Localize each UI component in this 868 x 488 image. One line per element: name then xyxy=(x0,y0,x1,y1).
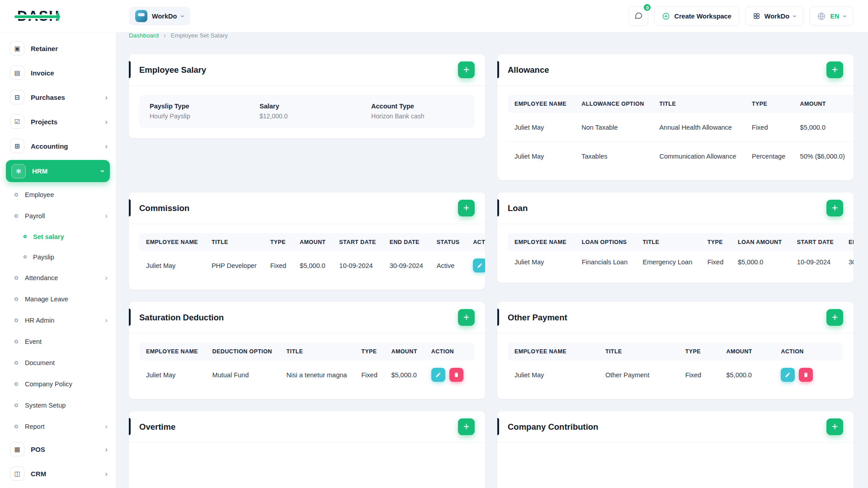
workspace-menu-button[interactable]: WorkDo › xyxy=(745,6,804,26)
sidebar-item-label: Projects xyxy=(31,118,57,126)
table-cell: $5,000.0 xyxy=(731,251,790,273)
sidebar-item-report[interactable]: Report› xyxy=(0,416,116,437)
sidebar-item-event[interactable]: Event xyxy=(0,331,116,352)
card-body xyxy=(129,442,485,488)
table-cell: Mutual Fund xyxy=(206,361,280,389)
cards-grid: Employee Salary + Payslip TypeHourly Pay… xyxy=(129,54,854,488)
table-cell: Active xyxy=(430,251,467,280)
column-header: END DATE xyxy=(842,233,854,251)
sidebar-item-hr-admin[interactable]: HR Admin› xyxy=(0,310,116,331)
column-header: TITLE xyxy=(205,233,264,251)
table-cell: Juliet May xyxy=(508,142,575,171)
delete-button[interactable] xyxy=(449,368,463,382)
edit-button[interactable] xyxy=(431,368,445,382)
grid-icon xyxy=(753,12,760,20)
sidebar-item-employee[interactable]: Employee xyxy=(0,184,116,205)
chat-bubble-icon xyxy=(634,11,643,21)
table-row: Juliet MayOther PaymentFixed$5,000.0 xyxy=(508,361,843,389)
logo[interactable]: DASH xyxy=(17,8,60,24)
bullet-icon xyxy=(14,382,18,386)
field-label: Account Type xyxy=(371,103,464,110)
table-cell: $5,000.0 xyxy=(293,251,332,280)
column-header: AMOUNT xyxy=(719,343,774,361)
sidebar-item-label: Payslip xyxy=(33,253,54,261)
salary-field: Payslip TypeHourly Payslip xyxy=(150,103,259,120)
breadcrumb-separator-icon: › xyxy=(164,32,166,39)
chevron-icon: › xyxy=(105,142,108,150)
bullet-icon xyxy=(14,319,18,322)
delete-button[interactable] xyxy=(799,368,813,382)
sidebar-item-label: Set salary xyxy=(33,233,64,240)
saturation-deduction-card: Saturation Deduction + EMPLOYEE NAMEDEDU… xyxy=(129,302,485,399)
sidebar-item-retainer[interactable]: ▣Retainer xyxy=(0,36,116,61)
breadcrumb: Dashboard › Employee Set Salary xyxy=(129,32,854,39)
sidebar: ▣Retainer▤Invoice⊟Purchases›☑Projects›⊞A… xyxy=(0,33,116,488)
sidebar-item-attendance[interactable]: Attendance› xyxy=(0,267,116,288)
table-cell: Non Taxable xyxy=(575,113,652,142)
table-cell: $5,000.0 xyxy=(719,361,774,389)
sidebar-item-invoice[interactable]: ▤Invoice xyxy=(0,61,116,85)
column-header: ACTION xyxy=(774,343,843,361)
sidebar-item-purchases[interactable]: ⊟Purchases› xyxy=(0,85,116,109)
table-cell: Fixed xyxy=(679,361,720,389)
pos-icon: ▦ xyxy=(10,442,24,456)
table-row: Juliet MayNon TaxableAnnual Health Allow… xyxy=(508,113,854,142)
table-row: Juliet MayTaxablesCommunication Allowanc… xyxy=(508,142,854,171)
trash-icon xyxy=(453,372,459,378)
add-employee-salary-button[interactable]: + xyxy=(458,61,475,78)
bullet-icon xyxy=(14,361,18,365)
sidebar-item-payroll[interactable]: Payroll› xyxy=(0,205,116,226)
breadcrumb-dashboard-link[interactable]: Dashboard xyxy=(129,32,159,39)
saturation-deduction-table: EMPLOYEE NAMEDEDUCTION OPTIONTITLETYPEAM… xyxy=(139,343,475,389)
add-loan-button[interactable]: + xyxy=(826,200,843,216)
add-allowance-button[interactable]: + xyxy=(826,61,843,78)
add-saturation-deduction-button[interactable]: + xyxy=(458,309,475,326)
sidebar-item-system-setup[interactable]: System Setup xyxy=(0,394,116,416)
add-commission-button[interactable]: + xyxy=(458,200,475,216)
column-header: LOAN OPTIONS xyxy=(575,233,636,251)
table-row: Juliet MayMutual FundNisi a tenetur magn… xyxy=(139,361,475,389)
edit-button[interactable] xyxy=(781,368,795,382)
create-workspace-button[interactable]: Create Workspace xyxy=(654,6,739,26)
field-value: Hourly Payslip xyxy=(150,113,259,120)
action-cell xyxy=(466,251,485,280)
sidebar-item-crm[interactable]: ◫CRM› xyxy=(0,461,116,486)
chevron-icon: › xyxy=(105,118,108,126)
chevron-icon: › xyxy=(105,422,108,430)
column-header: DEDUCTION OPTION xyxy=(206,343,280,361)
sidebar-item-label: POS xyxy=(31,446,45,453)
action-cell xyxy=(425,361,475,389)
sidebar-item-payslip[interactable]: Payslip xyxy=(0,247,116,267)
table-cell: 10-09-2024 xyxy=(332,251,382,280)
edit-button[interactable] xyxy=(473,258,485,272)
sidebar-item-label: Attendance xyxy=(25,274,58,282)
table-cell: Juliet May xyxy=(508,361,599,389)
sidebar-item-manage-leave[interactable]: Manage Leave xyxy=(0,288,116,310)
sidebar-item-document[interactable]: Document xyxy=(0,352,116,373)
field-value: Horizon Bank cash xyxy=(371,113,464,120)
pencil-icon xyxy=(477,263,483,268)
company-contribution-card: Company Contribution + xyxy=(497,411,854,488)
add-other-payment-button[interactable]: + xyxy=(826,309,843,326)
allowance-table: EMPLOYEE NAMEALLOWANCE OPTIONTITLETYPEAM… xyxy=(508,95,854,170)
sidebar-item-set-salary[interactable]: Set salary xyxy=(0,226,116,247)
bullet-icon xyxy=(14,425,18,428)
hrm-icon: ✻ xyxy=(11,164,26,178)
sidebar-item-pos[interactable]: ▦POS› xyxy=(0,437,116,461)
sidebar-item-projects[interactable]: ☑Projects› xyxy=(0,109,116,134)
column-header: EMPLOYEE NAME xyxy=(508,233,575,251)
messages-button[interactable]: 0 xyxy=(629,6,648,26)
employee-salary-card: Employee Salary + Payslip TypeHourly Pay… xyxy=(129,54,485,138)
add-overtime-button[interactable]: + xyxy=(458,418,475,435)
card-head: Saturation Deduction + xyxy=(129,302,485,333)
add-company-contribution-button[interactable]: + xyxy=(826,418,843,435)
sidebar-item-accounting[interactable]: ⊞Accounting› xyxy=(0,134,116,158)
sidebar-item-label: Employee xyxy=(25,191,54,198)
bullet-icon xyxy=(14,297,18,301)
workspace-switcher[interactable]: WorkDo › xyxy=(129,7,190,25)
sidebar-item-hrm[interactable]: ✻HRM› xyxy=(6,160,110,182)
language-selector[interactable]: EN › xyxy=(809,6,854,26)
card-head: Employee Salary + xyxy=(129,54,485,85)
sidebar-item-label: CRM xyxy=(31,470,46,478)
sidebar-item-company-policy[interactable]: Company Policy xyxy=(0,373,116,394)
